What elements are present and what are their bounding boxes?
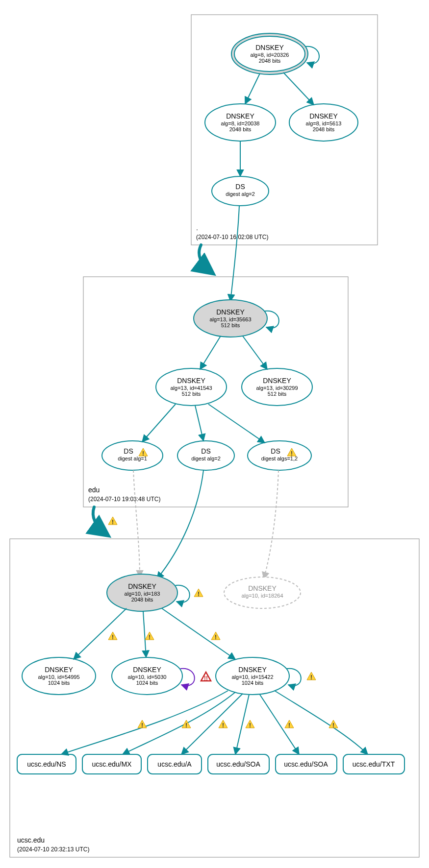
svg-text:DNSKEY: DNSKEY <box>45 666 73 674</box>
edge-eduzsk1-ds1 <box>142 404 176 442</box>
svg-text:DS: DS <box>271 447 280 455</box>
delegation-edu-ucsc <box>93 507 106 534</box>
svg-text:alg=10, id=183: alg=10, id=183 <box>125 591 160 597</box>
svg-text:!: ! <box>332 722 334 729</box>
warn-ucsczsk3-self[interactable]: ! <box>307 672 316 681</box>
node-root-zsk2[interactable]: DNSKEY alg=8, id=5613 2048 bits <box>289 104 358 141</box>
edge-ucscksk-zsk3 <box>162 608 235 659</box>
edge-zsk3-mx <box>123 692 235 754</box>
svg-text:alg=8, id=20038: alg=8, id=20038 <box>221 121 260 126</box>
warn-e2[interactable]: ! <box>145 632 154 641</box>
node-edu-ksk[interactable]: DNSKEY alg=13, id=35663 512 bits <box>194 300 267 337</box>
node-ucsc-zsk2[interactable]: DNSKEY alg=10, id=5030 1024 bits <box>112 657 182 695</box>
svg-text:!: ! <box>112 519 114 526</box>
svg-text:alg=13, id=41543: alg=13, id=41543 <box>170 385 212 391</box>
node-root-ds[interactable]: DS digest alg=2 <box>212 176 269 206</box>
warn-r5[interactable]: ! <box>329 720 338 729</box>
svg-text:DNSKEY: DNSKEY <box>128 582 156 590</box>
warn-e1[interactable]: ! <box>108 632 117 641</box>
node-edu-ds2[interactable]: DS digest alg=2 <box>177 441 234 470</box>
edge-zsk3-soa1 <box>235 695 249 754</box>
edge-eduksk-zsk2 <box>243 336 267 369</box>
svg-text:alg=10, id=5030: alg=10, id=5030 <box>128 674 167 680</box>
svg-text:!!: !! <box>204 675 208 682</box>
edge-zsk3-ns <box>61 691 228 754</box>
svg-text:DNSKEY: DNSKEY <box>216 308 245 316</box>
edge-eduds2-ucscksk <box>157 470 203 579</box>
node-root-zsk1[interactable]: DNSKEY alg=8, id=20038 2048 bits <box>205 104 276 141</box>
node-edu-ds1[interactable]: DS digest alg=1 <box>102 441 163 470</box>
svg-text:ucsc.edu/MX: ucsc.edu/MX <box>92 760 132 768</box>
svg-text:DNSKEY: DNSKEY <box>309 112 338 120</box>
svg-text:alg=8, id=20326: alg=8, id=20326 <box>251 52 289 58</box>
node-edu-zsk2[interactable]: DNSKEY alg=13, id=30299 512 bits <box>242 368 312 406</box>
svg-text:ucsc.edu/NS: ucsc.edu/NS <box>27 760 66 768</box>
node-root-ksk[interactable]: DNSKEY alg=8, id=20326 2048 bits <box>231 33 308 74</box>
svg-text:!: ! <box>222 722 224 729</box>
svg-text:ucsc.edu/TXT: ucsc.edu/TXT <box>353 760 395 768</box>
rr-soa2[interactable]: ucsc.edu/SOA <box>276 754 337 774</box>
edge-zsk3-soa2 <box>260 695 299 754</box>
svg-text:2048 bits: 2048 bits <box>259 58 281 64</box>
zone-root-label: . <box>196 224 198 232</box>
svg-text:!: ! <box>288 722 290 729</box>
warn-r1[interactable]: ! <box>138 720 147 729</box>
svg-text:2048 bits: 2048 bits <box>131 597 153 603</box>
svg-text:1024 bits: 1024 bits <box>48 680 70 686</box>
svg-text:alg=10, id=18264: alg=10, id=18264 <box>241 593 283 599</box>
rr-soa1[interactable]: ucsc.edu/SOA <box>208 754 269 774</box>
svg-text:alg=8, id=5613: alg=8, id=5613 <box>306 121 342 126</box>
svg-text:512 bits: 512 bits <box>182 391 201 397</box>
svg-text:DNSKEY: DNSKEY <box>238 666 267 674</box>
svg-text:!: ! <box>310 674 312 681</box>
node-ucsc-ksk[interactable]: DNSKEY alg=10, id=183 2048 bits <box>107 574 177 611</box>
dnssec-graph: . (2024-07-10 16:02:08 UTC) DNSKEY alg=8… <box>5 5 424 863</box>
rr-ns[interactable]: ucsc.edu/NS <box>17 754 76 774</box>
svg-text:DS: DS <box>235 183 245 191</box>
svg-text:!: ! <box>142 450 144 457</box>
zone-ucsc-label: ucsc.edu <box>17 836 45 844</box>
svg-text:DS: DS <box>124 447 133 455</box>
svg-text:alg=13, id=35663: alg=13, id=35663 <box>209 316 251 322</box>
svg-text:2048 bits: 2048 bits <box>229 126 252 132</box>
edge-ucscksk-zsk1 <box>74 608 126 659</box>
edge-ucscksk-zsk2 <box>143 611 146 657</box>
node-ucsc-ghost[interactable]: DNSKEY alg=10, id=18264 <box>224 577 301 608</box>
node-ucsc-zsk1[interactable]: DNSKEY alg=10, id=54995 1024 bits <box>22 657 96 695</box>
zone-root-ts: (2024-07-10 16:02:08 UTC) <box>196 234 268 241</box>
node-edu-zsk1[interactable]: DNSKEY alg=13, id=41543 512 bits <box>156 368 227 406</box>
svg-text:DNSKEY: DNSKEY <box>263 377 291 385</box>
warn-r4[interactable]: ! <box>285 720 294 729</box>
rr-mx[interactable]: ucsc.edu/MX <box>82 754 141 774</box>
svg-text:!: ! <box>112 634 114 641</box>
edge-zsk3-a <box>181 694 243 754</box>
svg-text:DS: DS <box>201 447 210 455</box>
svg-text:!: ! <box>149 634 151 641</box>
zone-edu-ts: (2024-07-10 19:03:48 UTC) <box>88 496 160 503</box>
node-ucsc-zsk3[interactable]: DNSKEY alg=10, id=15422 1024 bits <box>216 657 289 695</box>
svg-text:DNSKEY: DNSKEY <box>226 112 254 120</box>
edge-eduksk-zsk1 <box>200 336 221 369</box>
svg-text:!: ! <box>198 591 200 598</box>
svg-text:1024 bits: 1024 bits <box>242 680 264 686</box>
warn-ucscksk-self[interactable]: ! <box>194 589 203 598</box>
svg-text:DNSKEY: DNSKEY <box>177 377 205 385</box>
zone-ucsc-ts: (2024-07-10 20:32:13 UTC) <box>17 846 89 853</box>
warn-delegation[interactable]: ! <box>108 517 117 526</box>
warn-r3[interactable]: ! <box>219 720 227 729</box>
rr-a[interactable]: ucsc.edu/A <box>148 754 202 774</box>
rr-txt[interactable]: ucsc.edu/TXT <box>343 754 404 774</box>
svg-text:DNSKEY: DNSKEY <box>255 44 284 51</box>
node-edu-ds3[interactable]: DS digest algs=1,2 <box>248 441 311 470</box>
svg-text:1024 bits: 1024 bits <box>136 680 158 686</box>
svg-text:!: ! <box>185 722 187 729</box>
svg-text:DNSKEY: DNSKEY <box>248 584 277 592</box>
edge-rootksk-zsk2 <box>283 72 314 105</box>
err-ucsczsk2[interactable]: !! <box>201 672 211 682</box>
svg-text:!: ! <box>249 722 251 729</box>
warn-e3[interactable]: ! <box>211 632 220 641</box>
warn-r3b[interactable]: ! <box>246 720 254 729</box>
svg-text:ucsc.edu/SOA: ucsc.edu/SOA <box>284 760 328 768</box>
svg-text:!: ! <box>141 722 143 729</box>
edge-eduzsk1-ds2 <box>195 406 203 441</box>
